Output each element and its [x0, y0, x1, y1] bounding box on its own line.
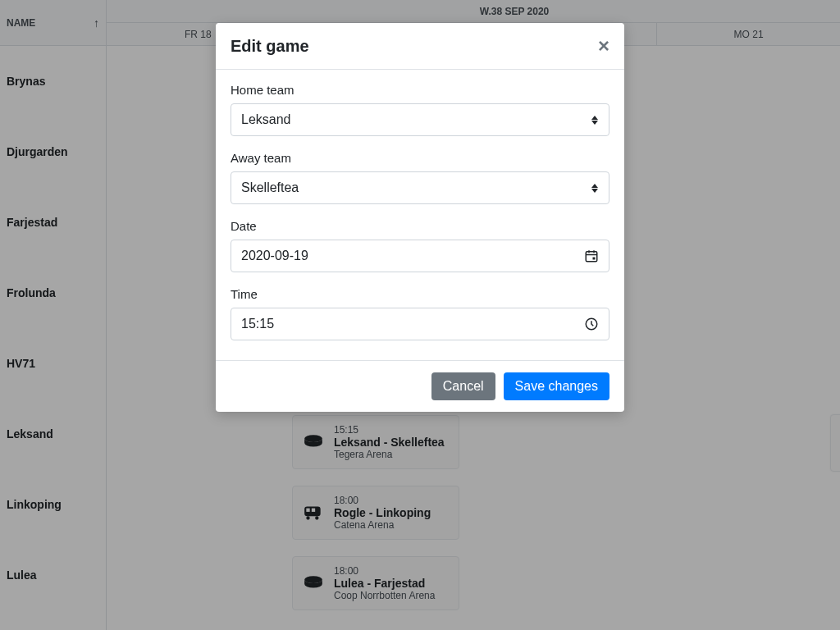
form-group-date: Date 2020-09-19 — [231, 219, 609, 272]
select-arrows-icon — [591, 181, 599, 194]
svg-rect-13 — [593, 258, 596, 260]
modal-title: Edit game — [231, 37, 309, 56]
modal-overlay[interactable]: Edit game × Home team Leksand Away team — [0, 0, 840, 630]
time-input[interactable]: 15:15 — [231, 308, 609, 340]
time-label: Time — [231, 287, 609, 301]
home-team-select[interactable]: Leksand — [231, 103, 609, 136]
away-team-select[interactable]: Skelleftea — [231, 171, 609, 204]
form-group-away: Away team Skelleftea — [231, 151, 609, 204]
home-team-label: Home team — [231, 83, 609, 97]
form-group-home: Home team Leksand — [231, 83, 609, 136]
select-arrows-icon — [591, 113, 599, 126]
modal-footer: Cancel Save changes — [216, 360, 624, 412]
date-value: 2020-09-19 — [241, 249, 308, 263]
close-icon: × — [598, 34, 609, 57]
time-value: 15:15 — [241, 317, 274, 331]
date-input[interactable]: 2020-09-19 — [231, 240, 609, 272]
clock-icon — [584, 317, 599, 331]
close-button[interactable]: × — [598, 36, 609, 56]
modal-body: Home team Leksand Away team Skelleftea — [216, 70, 624, 360]
date-label: Date — [231, 219, 609, 233]
calendar-icon — [584, 249, 599, 263]
home-team-value: Leksand — [241, 112, 291, 127]
form-group-time: Time 15:15 — [231, 287, 609, 340]
cancel-button[interactable]: Cancel — [431, 372, 495, 400]
modal-header: Edit game × — [216, 23, 624, 70]
svg-rect-12 — [586, 252, 597, 262]
away-team-value: Skelleftea — [241, 180, 299, 195]
away-team-label: Away team — [231, 151, 609, 165]
save-changes-button[interactable]: Save changes — [504, 372, 609, 400]
edit-game-modal: Edit game × Home team Leksand Away team — [216, 23, 624, 412]
